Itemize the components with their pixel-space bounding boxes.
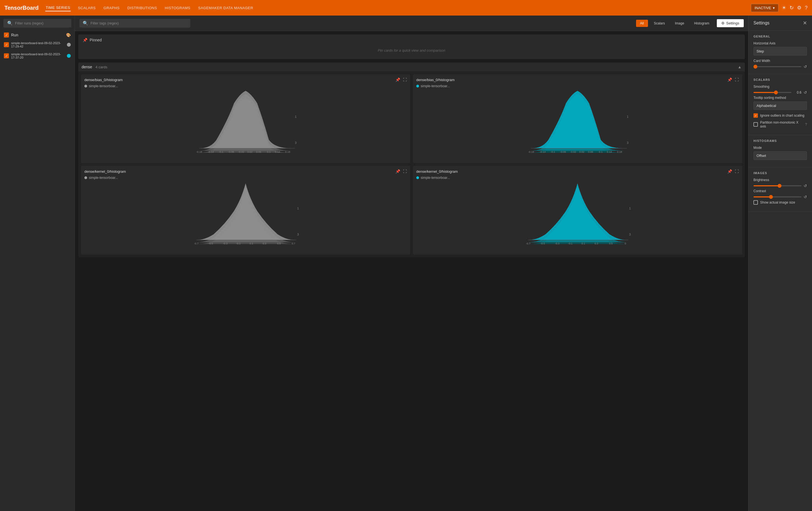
palette-icon[interactable]: 🎨 [66, 33, 71, 37]
sidebar: 🔍 ✓ Run 🎨 ✓ simple-tensorboard-test-09-0… [0, 16, 75, 511]
filter-all[interactable]: All [636, 20, 648, 27]
run-1-label: simple-tensorboard-test-09-02-2023-17-29… [11, 42, 65, 48]
tooltip-sort-select[interactable]: Alphabetical Default Descending Nearest [753, 101, 807, 110]
card-width-slider[interactable] [753, 66, 802, 67]
nav-time-series[interactable]: TIME SERIES [45, 4, 71, 11]
svg-text:0.06: 0.06 [256, 150, 261, 153]
sidebar-run-1[interactable]: ✓ simple-tensorboard-test-09-02-2023-17-… [0, 39, 75, 50]
card-0-pin-icon[interactable]: 📌 [396, 78, 400, 82]
svg-text:-0.7: -0.7 [526, 242, 530, 245]
show-actual-size-checkbox[interactable] [753, 200, 758, 205]
nav-graphs[interactable]: GRAPHS [103, 5, 120, 11]
card-2-expand-icon[interactable]: ⛶ [403, 169, 407, 173]
smoothing-row: 0.6 ↺ [753, 90, 807, 95]
right-controls: INACTIVE ▾ ☀ ↻ ⚙ ? [751, 4, 808, 12]
partition-x-row[interactable]: Partition non-monotonic X axis ? [753, 120, 807, 128]
svg-text:-0.1: -0.1 [236, 242, 241, 245]
card-2: dense/kernel_0/histogram 📌 ⛶ simple-tens… [81, 166, 410, 255]
settings-gear-icon: ⚙ [721, 21, 725, 25]
theme-icon[interactable]: ☀ [782, 5, 786, 11]
pinned-header: 📌 Pinned [83, 38, 741, 42]
ignore-outliers-row[interactable]: Ignore outliers in chart scaling [753, 113, 807, 118]
card-1-actions: 📌 ⛶ [727, 78, 739, 82]
filter-image[interactable]: Image [671, 20, 688, 27]
run-2-checkbox[interactable]: ✓ [4, 53, 9, 58]
histograms-section-title: HISTOGRAMS [753, 139, 807, 142]
brightness-slider[interactable] [753, 185, 802, 186]
partition-x-help-icon[interactable]: ? [805, 123, 807, 126]
card-3-header: dense/kernel_0/histogram 📌 ⛶ [416, 169, 739, 173]
brightness-label: Brightness [753, 178, 807, 182]
svg-text:0: 0 [625, 242, 626, 245]
settings-icon[interactable]: ⚙ [797, 5, 802, 11]
svg-text:-0.02: -0.02 [238, 150, 244, 153]
card-0-expand-icon[interactable]: ⛶ [403, 78, 407, 82]
card-2-header: dense/kernel_0/histogram 📌 ⛶ [84, 169, 407, 173]
settings-button[interactable]: ⚙ Settings [717, 19, 744, 27]
settings-panel: Settings ✕ GENERAL Horizontal Axis Step … [748, 16, 812, 511]
svg-text:-0.1: -0.1 [568, 242, 573, 245]
card-3-run: simple-tensorboar... [416, 176, 739, 180]
partition-x-checkbox[interactable] [753, 122, 758, 127]
refresh-icon[interactable]: ↻ [789, 5, 794, 11]
sidebar-search-container: 🔍 [3, 19, 71, 27]
svg-text:3: 3 [627, 141, 629, 144]
svg-text:0.02: 0.02 [579, 150, 584, 153]
svg-text:0.14: 0.14 [275, 150, 280, 153]
nav-scalars[interactable]: SCALARS [78, 5, 96, 11]
smoothing-slider[interactable] [753, 92, 791, 93]
card-2-pin-icon[interactable]: 📌 [396, 169, 400, 173]
general-section-title: GENERAL [753, 35, 807, 38]
svg-text:0.1: 0.1 [599, 150, 603, 153]
settings-close-button[interactable]: ✕ [803, 20, 807, 26]
cards-grid: dense/bias_0/histogram 📌 ⛶ simple-tensor… [78, 71, 745, 258]
filter-scalars[interactable]: Scalars [650, 20, 669, 27]
svg-text:3: 3 [297, 233, 299, 236]
card-1-expand-icon[interactable]: ⛶ [735, 78, 739, 82]
main-content: 🔍 All Scalars Image Histogram ⚙ Settings… [75, 16, 748, 511]
nav-histograms[interactable]: HISTOGRAMS [164, 5, 191, 11]
scalars-section-title: SCALARS [753, 78, 807, 81]
tag-search-input[interactable] [90, 21, 187, 25]
card-3-expand-icon[interactable]: ⛶ [735, 169, 739, 173]
status-button[interactable]: INACTIVE ▾ [751, 4, 778, 12]
svg-text:-0.06: -0.06 [228, 150, 234, 153]
group-header[interactable]: dense 4 cards ▲ [78, 62, 745, 71]
brightness-reset[interactable]: ↺ [804, 184, 807, 188]
smoothing-value: 0.6 [794, 90, 802, 95]
mode-select[interactable]: Offset Overlay [753, 151, 807, 160]
run-1-checkbox[interactable]: ✓ [4, 42, 9, 47]
toolbar: 🔍 All Scalars Image Histogram ⚙ Settings [75, 16, 748, 31]
card-1-pin-icon[interactable]: 📌 [727, 78, 732, 82]
nav-distributions[interactable]: DISTRIBUTIONS [127, 5, 157, 11]
collapse-icon[interactable]: ▲ [737, 65, 742, 69]
horizontal-axis-label: Horizontal Axis [753, 42, 807, 45]
nav-sagemaker[interactable]: SAGEMAKER DATA MANAGER [198, 5, 254, 11]
svg-text:1: 1 [627, 115, 629, 118]
card-width-reset[interactable]: ↺ [804, 64, 807, 69]
group-dense: dense 4 cards ▲ dense/bias_0/histogram 📌… [78, 62, 745, 258]
show-actual-size-row[interactable]: Show actual image size [753, 200, 807, 205]
svg-text:0.3: 0.3 [594, 242, 598, 245]
card-0-title: dense/bias_0/histogram [84, 78, 123, 82]
filter-buttons: All Scalars Image Histogram [636, 20, 714, 27]
help-icon[interactable]: ? [805, 5, 808, 11]
ignore-outliers-checkbox[interactable] [753, 113, 758, 118]
sidebar-search-input[interactable] [15, 21, 67, 25]
horizontal-axis-select[interactable]: Step Relative Wall [753, 47, 807, 56]
search-icon: 🔍 [7, 21, 13, 26]
tooltip-sort-label: Tooltip sorting method [753, 96, 807, 100]
svg-text:0.5: 0.5 [609, 242, 613, 245]
main-layout: 🔍 ✓ Run 🎨 ✓ simple-tensorboard-test-09-0… [0, 16, 812, 511]
settings-header: Settings ✕ [749, 16, 812, 31]
svg-text:0.1: 0.1 [581, 242, 585, 245]
contrast-reset[interactable]: ↺ [804, 195, 807, 199]
svg-text:-0.18: -0.18 [196, 150, 202, 153]
contrast-slider[interactable] [753, 196, 802, 197]
filter-histogram[interactable]: Histogram [690, 20, 714, 27]
sidebar-run-2[interactable]: ✓ simple-tensorboard-test-09-02-2023-17-… [0, 50, 75, 61]
card-3-pin-icon[interactable]: 📌 [727, 169, 732, 173]
svg-text:1: 1 [629, 207, 631, 210]
run-all-checkbox[interactable]: ✓ [4, 32, 9, 37]
smoothing-reset[interactable]: ↺ [804, 90, 807, 95]
